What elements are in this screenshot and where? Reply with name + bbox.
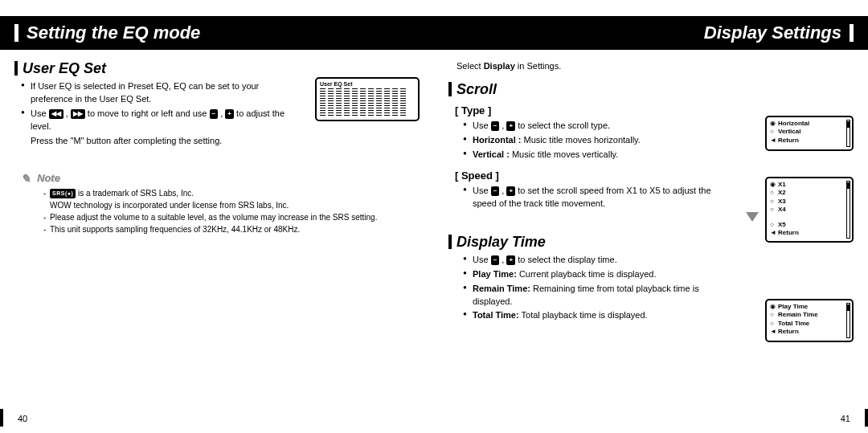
forward-icon: ▶▶ [71,109,85,119]
note-block: Note SRS(●) is a trademark of SRS Labs, … [14,172,420,235]
section-scroll-title: Scroll [448,82,736,96]
user-eq-bullet: If User EQ is selected in Preset EQ, EQ … [21,80,286,106]
scrollbar [846,181,850,239]
text: If User EQ is selected in Preset EQ, EQ … [31,81,259,104]
manual-spread: Setting the EQ mode User EQ Set If User … [0,0,868,433]
rewind-icon: ◀◀ [49,109,63,119]
option: Play Time [770,303,849,311]
time-bullet: Remain Time: Remaining time from total p… [463,283,736,308]
time-bullet: Play Time: Current playback time is disp… [463,268,736,281]
time-bullet: Use − , + to select the display time. [463,254,736,267]
intro-line: Select Display in Settings. [457,61,854,71]
header-title-left: Setting the EQ mode [27,22,200,43]
option: X3 [770,198,849,206]
page-edge-mark [0,409,3,427]
section-display-time-title: Display Time [448,235,736,249]
page-right: Display Settings Select Display in Setti… [434,0,868,433]
page-number-right: 41 [841,414,850,423]
user-eq-bullet: Use ◀◀ , ▶▶ to move to right or left and… [21,108,286,133]
option-return: Return [770,328,849,336]
srs-logo: SRS(●) [50,189,76,199]
section-user-eq-title: User EQ Set [14,61,286,76]
option: X2 [770,189,849,197]
page-number-left: 40 [18,414,27,423]
scrollbar [846,120,850,147]
option: X4 [770,206,849,214]
option: Vertical [770,128,849,136]
minus-icon: − [491,255,500,265]
down-arrow-icon [746,212,759,222]
note-item: Please adjust the volume to a suitable l… [43,211,420,223]
device-screen-time: Play Time Remain Time Total Time Return [765,299,854,342]
subsection-speed: [ Speed ] [455,170,736,182]
intro-bold: Display [484,61,515,71]
option: Horizontal [770,120,849,128]
option-return: Return [770,137,849,145]
option: Total Time [770,320,849,328]
plus-icon: + [506,121,515,131]
type-bullet: Vertical : Music title moves vertically. [463,149,736,161]
page-edge-mark [865,409,868,427]
minus-icon: − [491,121,500,131]
note-item: SRS(●) is a trademark of SRS Labs, Inc. … [43,187,420,211]
type-bullet: Use − , + to select the scroll type. [463,120,736,133]
plus-icon: + [506,255,515,265]
subsection-type: [ Type ] [455,104,736,116]
scrollbar [846,303,850,338]
text: is a trademark of SRS Labs, Inc. [78,189,194,198]
text: WOW technology is incorporated under lic… [50,201,289,210]
device-screen-type: Horizontal Vertical Return [765,116,854,151]
header-edge-right [850,24,854,42]
eq-bars [320,88,415,116]
time-bullet: Total Time: Total playback time is displ… [463,309,736,322]
header-bar-right: Display Settings [434,16,868,50]
page-left: Setting the EQ mode User EQ Set If User … [0,0,434,433]
option: X1 [770,181,849,189]
minus-icon: − [210,109,219,119]
user-eq-screen: User EQ Set [315,77,420,121]
option: Remain Time [770,311,849,319]
plus-icon: + [506,186,515,196]
note-label: Note [21,172,420,184]
note-item: This unit supports sampling frequencies … [43,223,420,235]
option-return: Return [770,229,849,237]
header-bar-left: Setting the EQ mode [0,16,434,50]
plus-icon: + [225,109,234,119]
minus-icon: − [491,186,500,196]
option: X5 [770,221,849,229]
eq-screen-title: User EQ Set [320,81,415,87]
device-screen-speed: X1 X2 X3 X4 X5 Return [765,177,854,243]
speed-bullet: Use − , + to set the scroll speed from X… [463,185,736,210]
type-bullet: Horizontal : Music title moves horizonta… [463,134,736,147]
press-m-text: Press the "M" button after completing th… [21,135,286,148]
header-title-right: Display Settings [704,22,841,43]
header-edge-left [14,24,18,42]
